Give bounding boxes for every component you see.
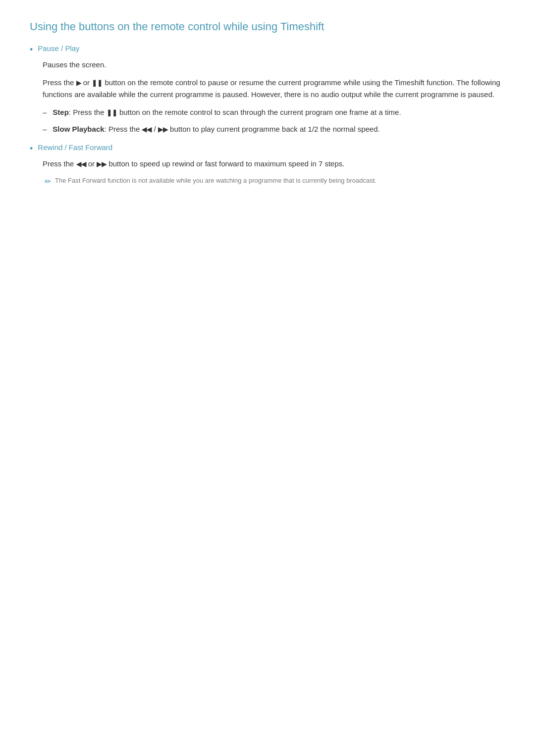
play-label: Play xyxy=(65,44,79,52)
step-text: Step: Press the ❚❚ button on the remote … xyxy=(53,106,401,118)
dash-1: – xyxy=(43,106,47,118)
slow-playback-text: Slow Playback: Press the ◀◀ / ▶▶ button … xyxy=(53,123,379,135)
note-text: The Fast Forward function is not availab… xyxy=(55,176,376,186)
pause-play-description: Press the ▶ or ❚❚ button on the remote c… xyxy=(43,77,505,101)
rewind-ff-label: Rewind / Fast Forward xyxy=(38,143,112,151)
note-box: ✏ The Fast Forward function is not avail… xyxy=(45,176,505,186)
slow-playback-term: Slow Playback xyxy=(53,125,104,133)
rewind-icon-sp: ◀◀ xyxy=(142,125,152,135)
sub-item-step: – Step: Press the ❚❚ button on the remot… xyxy=(43,106,505,118)
bullet-dot-2: • xyxy=(30,144,33,154)
dash-2: – xyxy=(43,123,47,135)
slash-separator-2: / xyxy=(65,143,69,151)
rewind-ff-description: Press the ◀◀ or ▶▶ button to speed up re… xyxy=(43,158,505,170)
pauses-screen-text: Pauses the screen. xyxy=(43,59,505,71)
step-term: Step xyxy=(53,108,69,116)
pause-play-label: Pause / Play xyxy=(38,44,79,52)
page-title: Using the buttons on the remote control … xyxy=(30,20,505,34)
sub-item-slow-playback: – Slow Playback: Press the ◀◀ / ▶▶ butto… xyxy=(43,123,505,135)
rewind-ff-content: Press the ◀◀ or ▶▶ button to speed up re… xyxy=(43,158,505,186)
bullet-dot-1: • xyxy=(30,45,33,55)
fast-forward-label: Fast Forward xyxy=(69,143,112,151)
rewind-icon: ◀◀ xyxy=(76,159,86,170)
main-list: • Pause / Play Pauses the screen. Press … xyxy=(30,44,505,186)
pause-icon: ❚❚ xyxy=(92,78,103,89)
list-item-pause-play: • Pause / Play xyxy=(30,44,505,55)
sub-items-list: – Step: Press the ❚❚ button on the remot… xyxy=(43,106,505,135)
ff-icon-sp: ▶▶ xyxy=(158,125,168,135)
ff-icon: ▶▶ xyxy=(97,159,107,170)
note-pencil-icon: ✏ xyxy=(45,177,51,186)
rewind-label: Rewind xyxy=(38,143,62,151)
play-icon: ▶ xyxy=(76,78,81,89)
pause-label: Pause xyxy=(38,44,59,52)
step-pause-icon: ❚❚ xyxy=(107,108,117,118)
list-item-rewind-ff: • Rewind / Fast Forward xyxy=(30,143,505,154)
pause-play-content: Pauses the screen. Press the ▶ or ❚❚ but… xyxy=(43,59,505,135)
